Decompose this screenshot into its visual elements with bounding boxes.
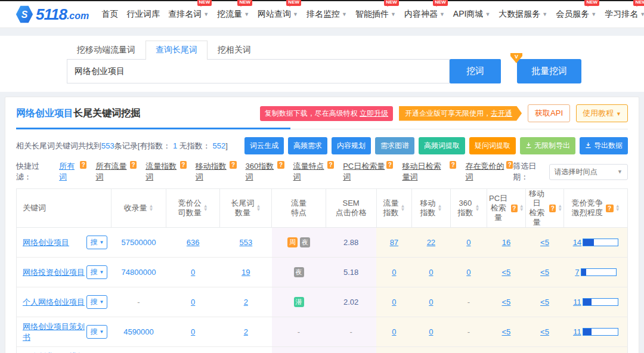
keyword-link[interactable]: 网络创业项目 — [23, 237, 69, 248]
keyword-link[interactable]: 网络投资创业项目 — [23, 267, 85, 278]
filter-link-流量特点词[interactable]: 流量特点词 — [293, 161, 327, 182]
sort-icon[interactable]: ▲▼ — [437, 205, 442, 212]
tab-挖移动端流量词[interactable]: 挖移动端流量词 — [67, 41, 145, 59]
filter-link-360指数词[interactable]: 360指数词 — [246, 161, 277, 182]
column-header-pc_daily[interactable]: PC日检索量?▲▼ — [487, 189, 526, 228]
action-button-高频需求[interactable]: 高频需求 — [288, 137, 327, 154]
mobile-index-value[interactable]: 0 — [429, 327, 433, 336]
nav-item-首页[interactable]: 首页 — [97, 7, 122, 22]
column-header-mobile_index[interactable]: 移动指数▲▼ — [412, 189, 451, 228]
help-icon[interactable]: ? — [80, 161, 86, 169]
keyword-link[interactable]: 网络创业项目策划书 — [23, 321, 86, 343]
open-enterprise-link[interactable]: 去开通 — [491, 109, 512, 117]
sort-icon[interactable]: ▲▼ — [149, 205, 154, 212]
nav-item-挖流量[interactable]: NEW挖流量▼ — [213, 7, 253, 22]
bid-companies-value[interactable]: 636 — [187, 238, 200, 247]
tab-挖相关词[interactable]: 挖相关词 — [208, 41, 261, 59]
dig-words-button[interactable]: 挖词 — [450, 59, 501, 83]
bid-companies-value[interactable]: 0 — [191, 327, 195, 336]
action-button-疑问词提取[interactable]: 疑问词提取 — [469, 137, 516, 154]
help-icon[interactable]: ? — [511, 205, 518, 212]
action-button-需求图谱[interactable]: 需求图谱 — [375, 137, 414, 154]
batch-dig-button[interactable]: V 批量挖词 — [517, 59, 581, 83]
nav-item-查排名词[interactable]: NEW查排名词▼ — [164, 7, 213, 22]
column-header-index_360[interactable]: 360指数▲▼ — [450, 189, 487, 228]
action-button-无限制导出[interactable]: 无限制导出 — [520, 137, 575, 154]
action-button-高频词提取[interactable]: 高频词提取 — [419, 137, 465, 154]
mobile-index-value[interactable]: 22 — [427, 238, 435, 247]
filter-link-PC日检索量词[interactable]: PC日检索量词 — [343, 161, 385, 182]
help-icon[interactable]: ? — [386, 161, 393, 169]
longtail-count-value[interactable]: 553 — [240, 238, 253, 247]
column-header-competition[interactable]: 竞价竞争激烈程度?▲▼ — [564, 189, 628, 228]
bid-companies-value[interactable]: 0 — [191, 298, 195, 306]
nav-item-API商城[interactable]: API商城▼ — [449, 7, 495, 22]
help-icon[interactable]: ? — [180, 161, 187, 169]
filter-link-流量指数词[interactable]: 流量指数词 — [145, 161, 179, 182]
search-dropdown-button[interactable]: 搜▼ — [86, 236, 107, 249]
column-header-longtail_count[interactable]: 长尾词数量▲▼ — [220, 189, 272, 228]
sort-icon[interactable]: ▲▼ — [256, 205, 261, 212]
help-icon[interactable]: ? — [130, 161, 137, 169]
sort-icon[interactable]: ▲▼ — [400, 205, 405, 212]
help-icon[interactable]: ? — [549, 205, 556, 212]
filter-link-所有词[interactable]: 所有词 — [59, 161, 79, 182]
action-button-内容规划[interactable]: 内容规划 — [332, 137, 371, 154]
nav-item-大数据服务[interactable]: 大数据服务▼ — [494, 7, 552, 22]
pc-daily-search-value[interactable]: <5 — [502, 268, 511, 277]
help-icon[interactable]: ? — [277, 161, 284, 169]
tab-查询长尾词[interactable]: 查询长尾词 — [145, 41, 208, 60]
action-button-导出数据[interactable]: 导出数据 — [580, 137, 628, 154]
mobile-daily-search-value[interactable]: <5 — [540, 298, 549, 306]
longtail-count-value[interactable]: 2 — [244, 327, 248, 336]
competition-value[interactable]: 11 — [573, 327, 581, 336]
nav-item-行业词库[interactable]: 行业词库 — [122, 7, 164, 22]
column-header-mobile_daily[interactable]: 移动日检索量?▲▼ — [525, 189, 564, 228]
nav-item-会员服务[interactable]: NEW会员服务▼ — [552, 7, 600, 22]
index-360-value[interactable]: 0 — [466, 238, 470, 247]
help-icon[interactable]: ? — [506, 161, 513, 169]
help-icon[interactable]: ? — [450, 161, 456, 169]
column-header-bid_companies[interactable]: 竞价公司数量▲▼ — [166, 189, 220, 228]
pc-daily-search-value[interactable]: 16 — [502, 238, 510, 247]
traffic-index-value[interactable]: 0 — [392, 268, 396, 277]
index-360-value[interactable]: 0 — [466, 268, 470, 277]
mobile-index-value[interactable]: 0 — [429, 268, 433, 277]
help-icon[interactable]: ? — [327, 161, 334, 169]
pc-daily-search-value[interactable]: <5 — [502, 298, 511, 306]
competition-value[interactable]: 14 — [573, 238, 581, 247]
mobile-daily-search-value[interactable]: <5 — [540, 327, 549, 336]
filter-link-移动指数词[interactable]: 移动指数词 — [196, 161, 229, 182]
column-header-index_volume[interactable]: 收录量▲▼ — [111, 189, 166, 228]
sort-icon[interactable]: ▲▼ — [475, 205, 479, 212]
upgrade-now-link[interactable]: 立即升级 — [360, 109, 388, 117]
traffic-index-value[interactable]: 0 — [392, 298, 396, 306]
keyword-link[interactable]: 个人网络创业项目 — [23, 297, 85, 308]
search-dropdown-button[interactable]: 搜▼ — [86, 265, 107, 279]
help-icon[interactable]: ? — [606, 205, 614, 212]
nav-item-网站查询[interactable]: NEW网站查询▼ — [253, 7, 302, 22]
longtail-count-value[interactable]: 2 — [244, 298, 248, 306]
traffic-index-value[interactable]: 0 — [392, 327, 396, 336]
action-button-词云生成[interactable]: 词云生成 — [244, 137, 284, 154]
nav-item-内容神器[interactable]: NEW内容神器▼ — [400, 7, 449, 22]
pc-daily-search-value[interactable]: <5 — [502, 327, 511, 336]
mobile-daily-search-value[interactable]: <5 — [540, 238, 549, 247]
competition-value[interactable]: 7 — [575, 268, 579, 277]
logo[interactable]: S 5118 .com — [16, 5, 89, 24]
search-dropdown-button[interactable]: 搜▼ — [86, 295, 107, 309]
nav-item-智能插件[interactable]: NEW智能插件▼ — [351, 7, 400, 22]
bid-companies-value[interactable]: 0 — [191, 268, 195, 277]
keyword-input[interactable] — [67, 59, 450, 83]
nav-item-排名监控[interactable]: 排名监控▼ — [302, 7, 351, 22]
sort-icon[interactable]: ▲▼ — [558, 205, 562, 212]
tutorial-button[interactable]: 使用教程▼ — [576, 104, 628, 122]
date-filter-select[interactable]: 请选择时间点 ▼ — [549, 164, 628, 180]
sort-icon[interactable]: ▲▼ — [615, 205, 620, 212]
sort-icon[interactable]: ▲▼ — [519, 205, 524, 212]
competition-value[interactable]: 11 — [573, 298, 581, 306]
filter-link-移动日检索量词[interactable]: 移动日检索量词 — [402, 161, 448, 182]
help-icon[interactable]: ? — [230, 161, 236, 169]
filter-link-存在竞价的词[interactable]: 存在竞价的词 — [465, 161, 505, 182]
nav-item-学习排名[interactable]: NEW学习排名▼ — [600, 7, 644, 22]
